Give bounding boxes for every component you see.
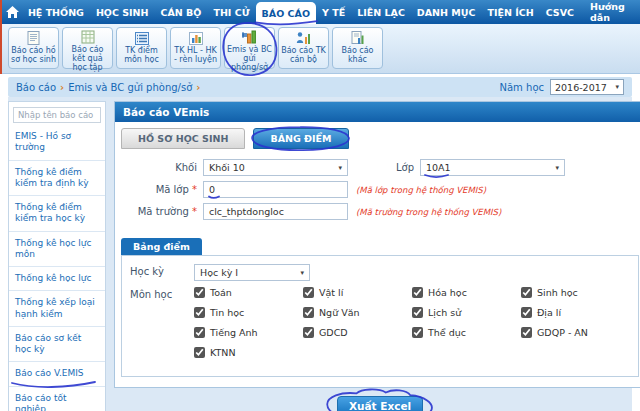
subject-checkbox-sinh-hoc[interactable]: Sinh học (521, 287, 630, 298)
pen-underline-10a1 (424, 173, 449, 178)
toolbar-button-bao-cao-ho-so[interactable]: Báo cáo hồ sơ học sinh (8, 27, 59, 69)
menu-item-can-bo[interactable]: CÁN BỘ (155, 0, 208, 24)
subject-checkbox-gdqp-an[interactable]: GDQP - AN (521, 327, 630, 338)
checkbox[interactable] (412, 327, 423, 338)
toolbar-button-label: Báo cáo hồ sơ học sinh (9, 46, 58, 64)
menu-item-tien-ich[interactable]: TIỆN ÍCH (481, 0, 539, 24)
toolbar-button-tk-hl-hk[interactable]: TK HL - HK - rèn luyện (170, 27, 221, 69)
sidebar-item-emis-ho-so-truong[interactable]: EMIS - Hồ sơ trường (9, 125, 105, 161)
subject-checkbox-ktnn[interactable]: KTNN (194, 347, 303, 358)
menu-item-danh-muc[interactable]: DANH MỤC (411, 0, 482, 24)
tab-bang-diem[interactable]: BẢNG ĐIỂM (253, 128, 348, 149)
subject-checkbox-ngu-van[interactable]: Ngữ Văn (303, 307, 412, 318)
sidebar-item-tot-nghiep[interactable]: Báo cáo tốt nghiệp (9, 387, 105, 411)
khoi-label: Khối (115, 162, 203, 173)
notebook-icon (81, 30, 95, 44)
checkbox[interactable] (521, 307, 532, 318)
checkbox[interactable] (412, 287, 423, 298)
toolbar-button-bao-cao-khac[interactable]: Báo cáo khác (332, 27, 383, 69)
sidebar-item-tk-hoc-luc[interactable]: Thống kê học lực (9, 267, 105, 291)
menu-item-label: BÁO CÁO (262, 8, 310, 19)
menu-item-csvc[interactable]: CSVC (540, 0, 580, 24)
report-search-input[interactable] (13, 107, 101, 123)
menu-item-hoc-sinh[interactable]: HỌC SINH (90, 0, 155, 24)
toolbar-button-ket-qua-hoc-tap[interactable]: Báo cáo kết quả học tập (62, 27, 113, 69)
subject-checkbox-lich-su[interactable]: Lịch sử (412, 307, 521, 318)
home-icon[interactable] (4, 0, 22, 24)
breadcrumb-separator: › (196, 82, 200, 93)
checkbox[interactable] (194, 347, 205, 358)
sidebar-item-tk-diem-hoc-ky[interactable]: Thống kê điểm kiểm tra học kỳ (9, 196, 105, 232)
khoi-select[interactable]: Khối 10 ▾ (203, 159, 348, 176)
content-area: EMIS - Hồ sơ trường Thống kê điểm kiểm t… (8, 97, 632, 411)
sidebar-item-tk-hanh-kiem[interactable]: Thống kê xếp loại hạnh kiểm (9, 291, 105, 327)
ma-truong-input[interactable]: clc_thptdongloc (203, 203, 348, 220)
chevron-down-icon: ▾ (338, 164, 342, 172)
bang-diem-group: Bảng điểm Học kỳ Học kỳ I ▾ Môn học (121, 235, 639, 377)
document-icon (27, 30, 40, 45)
checkbox[interactable] (194, 307, 205, 318)
hoc-ky-select[interactable]: Học kỳ I ▾ (194, 264, 310, 281)
subject-checkbox-grid: Toán Vật lí Hóa học Sinh học Tin học Ngữ… (194, 287, 630, 358)
breadcrumb-bar: Báo cáo › Emis và BC gửi phòng/sở › Năm … (8, 77, 632, 97)
menu-item-he-thong[interactable]: HỆ THỐNG (22, 0, 90, 24)
subject-checkbox-the-duc[interactable]: Thể dục (412, 327, 521, 338)
sidebar-item-so-ket-hoc-ky[interactable]: Báo cáo sơ kết học kỳ (9, 327, 105, 363)
sidebar-item-bao-cao-vemis[interactable]: Báo cáo V.EMIS (9, 362, 105, 386)
checkbox[interactable] (303, 327, 314, 338)
subject-checkbox-tieng-anh[interactable]: Tiếng Anh (194, 327, 303, 338)
bar-chart-icon (189, 30, 203, 45)
tab-ho-so-hoc-sinh[interactable]: HỒ SƠ HỌC SINH (121, 128, 245, 149)
toolbar-button-tk-diem-mon[interactable]: TK điểm môn học (116, 27, 167, 69)
toolbar-button-emis-bc[interactable]: Emis và BC gửi phòng/sở (224, 27, 275, 69)
breadcrumb: Báo cáo › Emis và BC gửi phòng/sở › (16, 82, 200, 93)
checkbox[interactable] (521, 287, 532, 298)
breadcrumb-separator: › (60, 82, 64, 93)
year-select[interactable]: 2016-2017 ▾ (550, 79, 624, 95)
checkbox[interactable] (194, 287, 205, 298)
staff-chart-icon (296, 30, 311, 45)
subject-checkbox-dia-li[interactable]: Địa lí (521, 307, 630, 318)
lop-select[interactable]: 10A1 ▾ (420, 159, 565, 176)
ma-lop-label: Mã lớp * (115, 184, 203, 195)
ma-lop-note: (Mã lớp trong hệ thống VEMIS) (356, 185, 486, 195)
main-column: Báo cáo VEmis HỒ SƠ HỌC SINH BẢNG ĐIỂM K… (114, 101, 640, 411)
panel-title: Báo cáo VEmis (115, 102, 640, 122)
ma-lop-input[interactable]: 0 (203, 181, 348, 198)
hoc-ky-label: Học kỳ (130, 264, 194, 277)
ma-truong-value: clc_thptdongloc (209, 206, 284, 217)
subject-checkbox-vat-li[interactable]: Vật lí (303, 287, 412, 298)
toolbar-button-bao-cao-tk-can-bo[interactable]: Báo cáo TK cán bộ (278, 27, 329, 69)
toolbar-button-label: Emis và BC gửi phòng/sở (225, 45, 274, 73)
subject-checkbox-toan[interactable]: Toán (194, 287, 303, 298)
checkbox[interactable] (412, 307, 423, 318)
subject-checkbox-hoa-hoc[interactable]: Hóa học (412, 287, 521, 298)
breadcrumb-part[interactable]: Báo cáo (16, 82, 56, 93)
sidebar-item-label: Báo cáo V.EMIS (15, 368, 84, 378)
toolbar-button-label: Báo cáo kết quả học tập (63, 45, 112, 73)
subject-checkbox-gdcd[interactable]: GDCD (303, 327, 412, 338)
lop-label: Lớp (348, 162, 420, 173)
ma-truong-label: Mã trường * (115, 206, 203, 217)
toolbar-button-label: TK điểm môn học (117, 46, 166, 64)
export-excel-button[interactable]: Xuất Excel (337, 396, 423, 411)
vemis-form: Khối Khối 10 ▾ Lớp 10A1 ▾ Mã lớ (115, 149, 640, 227)
chevron-down-icon: ▾ (555, 164, 559, 172)
menu-item-lien-lac[interactable]: LIÊN LẠC (351, 0, 411, 24)
subject-checkbox-tin-hoc[interactable]: Tin học (194, 307, 303, 318)
menu-item-bao-cao[interactable]: BÁO CÁO (256, 2, 316, 24)
sidebar-item-tk-diem-dinh-ky[interactable]: Thống kê điểm kiểm tra định kỳ (9, 161, 105, 197)
checkbox[interactable] (303, 287, 314, 298)
tab-label: BẢNG ĐIỂM (270, 133, 331, 144)
export-excel-label: Xuất Excel (349, 400, 411, 411)
menu-item-thi-cu[interactable]: THI CỬ (207, 0, 255, 24)
menu-item-y-te[interactable]: Y TẾ (316, 0, 351, 24)
breadcrumb-part[interactable]: Emis và BC gửi phòng/sở (68, 82, 192, 93)
help-link[interactable]: Hướng dẫn (580, 0, 640, 24)
khoi-select-value: Khối 10 (209, 162, 245, 173)
checkbox[interactable] (521, 327, 532, 338)
sidebar-item-tk-hoc-luc-mon[interactable]: Thống kê học lực môn (9, 232, 105, 268)
checkbox[interactable] (303, 307, 314, 318)
checkbox[interactable] (194, 327, 205, 338)
app-window: HỆ THỐNG HỌC SINH CÁN BỘ THI CỬ BÁO CÁO … (0, 0, 640, 411)
